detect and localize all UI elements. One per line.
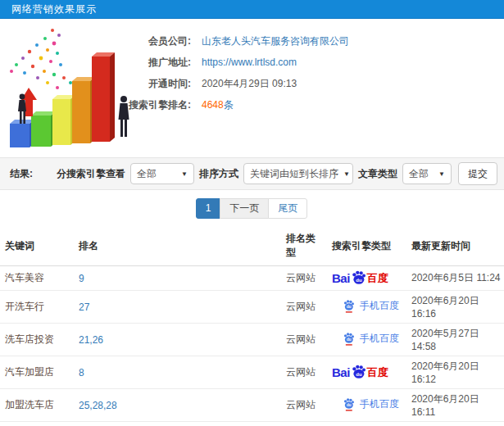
engine-filter-select[interactable]: 全部 ▼ xyxy=(130,163,194,184)
rank-cell: 30 xyxy=(74,422,281,426)
page: 网络营销效果展示 xyxy=(0,0,504,426)
ranking-count-value: 4648条 xyxy=(202,98,234,112)
keyword-cell: 开洗车行 xyxy=(0,291,74,324)
filter-controls: 分搜索引擎查看 全部 ▼ 排序方式 关键词由短到长排序 ▼ 文章类型 全部 ▼ … xyxy=(52,162,497,185)
chevron-down-icon: ▼ xyxy=(343,170,350,178)
open-time-label: 开通时间: xyxy=(113,77,191,91)
header-rank: 排名 xyxy=(74,226,281,266)
results-table-body: 汽车美容9云网站Baidu百度2020年6月5日 11:24开洗车行27云网站d… xyxy=(0,266,504,426)
sort-label: 排序方式 xyxy=(199,167,238,181)
ranking-count-number: 4648 xyxy=(202,99,224,111)
confetti-dots xyxy=(10,29,77,89)
rank-link[interactable]: 27 xyxy=(79,301,89,313)
svg-text:du: du xyxy=(347,403,352,407)
top-title-bar: 网络营销效果展示 xyxy=(0,0,504,19)
updated-cell: 2020年6月20日 16:12 xyxy=(406,422,504,426)
rank-type-cell: 云网站 xyxy=(281,266,327,291)
open-time-value: 2020年4月29日 09:13 xyxy=(202,77,297,91)
rank-cell: 27 xyxy=(74,291,281,324)
engine-filter-label: 分搜索引擎查看 xyxy=(57,167,125,181)
updated-cell: 2020年6月20日 16:16 xyxy=(406,291,504,324)
engine-type-cell: du手机百度 xyxy=(327,422,406,426)
engine-type-cell: du手机百度 xyxy=(327,389,406,422)
table-header-row: 关键词 排名 排名类型 搜索引擎类型 最新更新时间 xyxy=(0,226,504,266)
field-promo-url: 推广地址: https://www.lrtlsd.com xyxy=(113,52,349,73)
table-row: 洗车赚钱吗30云网站du手机百度2020年6月20日 16:12 xyxy=(0,422,504,426)
table-row: 加盟洗车店25,28,28云网站du手机百度2020年6月20日 16:11 xyxy=(0,389,504,422)
rank-type-cell: 云网站 xyxy=(281,422,327,426)
chevron-down-icon: ▼ xyxy=(438,170,445,178)
rank-link[interactable]: 9 xyxy=(79,273,84,284)
table-row: 汽车加盟店8云网站Baidu百度2020年6月20日 16:12 xyxy=(0,356,504,389)
keyword-cell: 汽车美容 xyxy=(0,266,74,291)
rank-link[interactable]: 25,28,28 xyxy=(79,400,117,411)
field-member-company: 会员公司: 山东老人头汽车服务咨询有限公司 xyxy=(113,30,349,52)
engine-type-cell: Baidu百度 xyxy=(327,266,406,291)
baidu-paw-icon: du xyxy=(351,364,366,379)
rank-cell: 21,26 xyxy=(74,324,281,356)
last-page-button[interactable]: 尾页 xyxy=(268,198,307,219)
svg-text:du: du xyxy=(347,338,352,342)
page-button-1[interactable]: 1 xyxy=(196,198,221,219)
article-type-selected-value: 全部 xyxy=(409,167,429,181)
engine-type-cell: du手机百度 xyxy=(327,291,406,324)
rank-cell: 25,28,28 xyxy=(74,389,281,422)
header-engine-type: 搜索引擎类型 xyxy=(327,226,406,266)
engine-type-cell: Baidu百度 xyxy=(327,356,406,389)
ranking-count-unit: 条 xyxy=(224,99,234,111)
rank-cell: 9 xyxy=(74,266,281,291)
engine-filter-selected-value: 全部 xyxy=(137,167,157,181)
table-row: 汽车美容9云网站Baidu百度2020年6月5日 11:24 xyxy=(0,266,504,291)
submit-button[interactable]: 提交 xyxy=(458,162,497,185)
ranking-count-label: 搜索引擎排名: xyxy=(113,98,191,112)
updated-cell: 2020年5月27日 14:58 xyxy=(406,324,504,356)
header-updated: 最新更新时间 xyxy=(406,226,504,266)
rank-link[interactable]: 21,26 xyxy=(79,334,103,346)
mobile-baidu-logo: du手机百度 xyxy=(343,397,399,411)
table-row: 开洗车行27云网站du手机百度2020年6月20日 16:16 xyxy=(0,291,504,324)
company-info-fields: 会员公司: 山东老人头汽车服务咨询有限公司 推广地址: https://www.… xyxy=(113,30,349,116)
promo-url-link[interactable]: https://www.lrtlsd.com xyxy=(202,57,297,68)
updated-cell: 2020年6月5日 11:24 xyxy=(406,266,504,291)
engine-type-cell: du手机百度 xyxy=(327,324,406,356)
rank-type-cell: 云网站 xyxy=(281,356,327,389)
article-type-select[interactable]: 全部 ▼ xyxy=(402,163,452,184)
mobile-baidu-logo: du手机百度 xyxy=(343,332,399,346)
pagination: 1 下一页 尾页 xyxy=(197,198,308,219)
baidu-paw-icon: du xyxy=(351,270,366,285)
mobile-baidu-paw-icon: du xyxy=(343,332,355,346)
header-keyword: 关键词 xyxy=(0,226,74,266)
member-company-link[interactable]: 山东老人头汽车服务咨询有限公司 xyxy=(202,34,349,48)
rank-type-cell: 云网站 xyxy=(281,389,327,422)
result-label: 结果: xyxy=(10,167,33,181)
keyword-cell: 汽车加盟店 xyxy=(0,356,74,389)
chevron-down-icon: ▼ xyxy=(181,170,188,178)
rank-cell: 8 xyxy=(74,356,281,389)
filter-bar: 结果: 分搜索引擎查看 全部 ▼ 排序方式 关键词由短到长排序 ▼ 文章类型 全… xyxy=(0,157,504,190)
mobile-baidu-logo: du手机百度 xyxy=(343,299,399,313)
member-company-label: 会员公司: xyxy=(113,34,191,48)
next-page-button[interactable]: 下一页 xyxy=(220,198,269,219)
baidu-logo: Baidu百度 xyxy=(332,270,388,287)
field-open-time: 开通时间: 2020年4月29日 09:13 xyxy=(113,73,349,94)
mobile-baidu-paw-icon: du xyxy=(343,299,355,313)
page-title: 网络营销效果展示 xyxy=(0,2,97,16)
updated-cell: 2020年6月20日 16:12 xyxy=(406,356,504,389)
svg-text:du: du xyxy=(347,305,352,309)
sort-selected-value: 关键词由短到长排序 xyxy=(250,167,338,181)
table-row: 洗车店投资21,26云网站du手机百度2020年5月27日 14:58 xyxy=(0,324,504,356)
article-type-label: 文章类型 xyxy=(358,167,397,181)
info-section: 会员公司: 山东老人头汽车服务咨询有限公司 推广地址: https://www.… xyxy=(0,19,504,157)
keyword-cell: 洗车赚钱吗 xyxy=(0,422,74,426)
baidu-logo: Baidu百度 xyxy=(332,364,388,381)
updated-cell: 2020年6月20日 16:11 xyxy=(406,389,504,422)
rank-link[interactable]: 8 xyxy=(79,367,84,378)
svg-text:du: du xyxy=(356,278,362,283)
rank-type-cell: 云网站 xyxy=(281,324,327,356)
svg-text:du: du xyxy=(356,372,362,377)
promo-url-label: 推广地址: xyxy=(113,56,191,70)
sort-select[interactable]: 关键词由短到长排序 ▼ xyxy=(243,163,353,184)
keyword-cell: 洗车店投资 xyxy=(0,324,74,356)
field-ranking-count: 搜索引擎排名: 4648条 xyxy=(113,94,349,116)
header-rank-type: 排名类型 xyxy=(281,226,327,266)
